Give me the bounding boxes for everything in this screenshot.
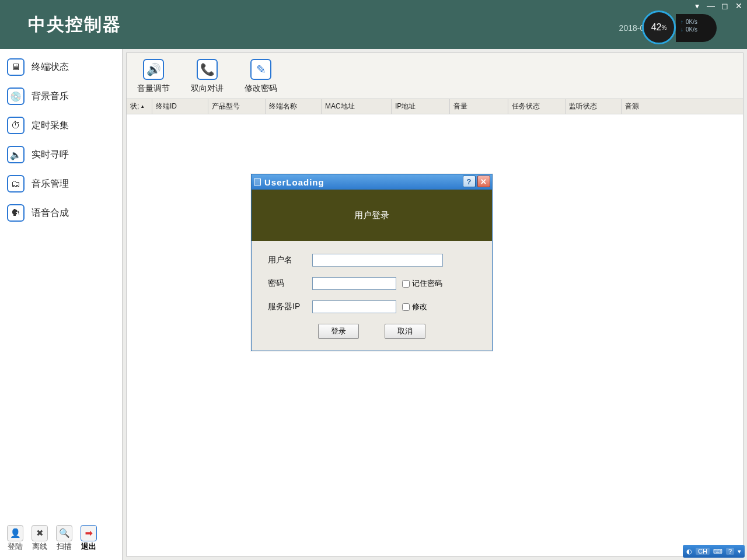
username-input[interactable] — [312, 254, 443, 267]
sidebar-item-voice-synthesis[interactable]: 🗣 语音合成 — [0, 198, 122, 228]
sidebar-item-terminal-status[interactable]: 🖥 终端状态 — [0, 52, 122, 82]
window-close-button[interactable]: ✕ — [734, 1, 743, 10]
col-terminal-name[interactable]: 终端名称 — [266, 99, 322, 114]
timer-icon: ⏱ — [7, 117, 25, 134]
col-status[interactable]: 状; — [127, 99, 152, 114]
sidebar: 🖥 终端状态 💿 背景音乐 ⏱ 定时采集 🔈 实时寻呼 🗂 音乐管理 🗣 — [0, 49, 123, 560]
offline-icon: ✖ — [32, 525, 48, 541]
modify-label: 修改 — [412, 302, 427, 312]
app-title: 中央控制器 — [28, 13, 121, 37]
phone-icon: 📞 — [197, 59, 218, 80]
col-ip-address[interactable]: IP地址 — [392, 99, 450, 114]
user-icon: 👤 — [7, 525, 23, 541]
sidebar-item-label: 语音合成 — [32, 207, 69, 219]
tool-label: 双向对讲 — [191, 83, 224, 94]
dialog-cancel-button[interactable]: 取消 — [385, 324, 425, 339]
exit-label: 退出 — [81, 541, 96, 552]
tray-help-icon[interactable]: ? — [726, 548, 734, 555]
exit-icon: ➡ — [81, 525, 97, 541]
server-ip-input[interactable] — [312, 300, 396, 313]
sidebar-item-label: 终端状态 — [32, 61, 69, 74]
modify-checkbox[interactable] — [402, 303, 410, 311]
ime-indicator[interactable]: CH — [696, 548, 710, 555]
exit-button[interactable]: ➡ 退出 — [81, 525, 97, 552]
remember-password-checkbox[interactable] — [402, 280, 410, 288]
dialog-login-button[interactable]: 登录 — [318, 324, 359, 339]
tray-chevron-icon[interactable]: ▾ — [738, 548, 741, 555]
keyboard-icon[interactable]: ⌨ — [713, 548, 722, 555]
volume-adjust-button[interactable]: 🔊 音量调节 — [137, 59, 170, 94]
net-up: 0K/s — [686, 19, 697, 25]
tool-label: 修改密码 — [245, 83, 277, 94]
main-toolbar: 🔊 音量调节 📞 双向对讲 ✎ 修改密码 — [127, 53, 743, 99]
login-button[interactable]: 👤 登陆 — [7, 525, 23, 552]
nav-list: 🖥 终端状态 💿 背景音乐 ⏱ 定时采集 🔈 实时寻呼 🗂 音乐管理 🗣 — [0, 52, 122, 228]
voice-icon: 🗣 — [7, 204, 25, 222]
col-task-status[interactable]: 任务状态 — [508, 99, 566, 114]
col-mac-address[interactable]: MAC地址 — [322, 99, 392, 114]
scan-button[interactable]: 🔍 扫描 — [56, 525, 72, 552]
col-product-model[interactable]: 产品型号 — [208, 99, 266, 114]
dialog-body: 用户名 密码 记住密码 服务器IP 修改 登录 取消 — [252, 241, 492, 351]
gauge-value: 42 — [651, 22, 662, 33]
dialog-title-text: UserLoading — [264, 177, 324, 187]
sidebar-item-music-management[interactable]: 🗂 音乐管理 — [0, 169, 122, 198]
password-input[interactable] — [312, 277, 396, 290]
search-icon: 🔍 — [56, 525, 72, 541]
sidebar-item-scheduled-capture[interactable]: ⏱ 定时采集 — [0, 111, 122, 140]
edit-icon: ✎ — [250, 59, 271, 80]
server-ip-label: 服务器IP — [268, 302, 312, 312]
dialog-help-button[interactable]: ? — [463, 176, 476, 187]
volume-icon: 🔊 — [143, 59, 164, 80]
window-minimize-button[interactable]: — — [706, 1, 715, 10]
system-tray: ◐ CH ⌨ ? ▾ — [683, 545, 745, 558]
gauge-unit: % — [661, 24, 666, 31]
folder-icon: 🗂 — [7, 175, 25, 192]
offline-button[interactable]: ✖ 离线 — [32, 525, 48, 552]
app-banner: 中央控制器 2018-07- :46 42% 0K/s 0K/s ▾ — ◻ ✕ — [0, 0, 747, 49]
window-menu-button[interactable]: ▾ — [692, 1, 701, 10]
dialog-close-button[interactable]: ✕ — [477, 176, 490, 187]
monitor-icon: 🖥 — [7, 58, 25, 76]
password-label: 密码 — [268, 278, 312, 289]
net-down: 0K/s — [686, 26, 697, 33]
login-dialog: UserLoading ? ✕ 用户登录 用户名 密码 记住密码 服务器IP 修… — [251, 174, 493, 351]
window-buttons: ▾ — ◻ ✕ — [692, 1, 743, 10]
col-volume[interactable]: 音量 — [450, 99, 508, 114]
tray-indicator-icon[interactable]: ◐ — [686, 548, 692, 555]
window-maximize-button[interactable]: ◻ — [720, 1, 729, 10]
two-way-talk-button[interactable]: 📞 双向对讲 — [191, 59, 224, 94]
scan-label: 扫描 — [57, 541, 72, 552]
sidebar-item-realtime-paging[interactable]: 🔈 实时寻呼 — [0, 140, 122, 169]
sidebar-item-label: 背景音乐 — [32, 90, 69, 103]
network-gauge: 42% 0K/s 0K/s — [642, 10, 712, 46]
sidebar-item-label: 音乐管理 — [32, 178, 69, 190]
login-label: 登陆 — [8, 541, 23, 552]
gauge-circle: 42% — [642, 10, 676, 44]
remember-password-label: 记住密码 — [412, 278, 442, 289]
sidebar-item-label: 定时采集 — [32, 120, 69, 132]
sidebar-item-background-music[interactable]: 💿 背景音乐 — [0, 82, 122, 111]
dialog-banner: 用户登录 — [252, 190, 492, 241]
net-speeds: 0K/s 0K/s — [676, 14, 717, 42]
change-password-button[interactable]: ✎ 修改密码 — [245, 59, 277, 94]
sidebar-bottom: 👤 登陆 ✖ 离线 🔍 扫描 ➡ 退出 — [0, 519, 122, 560]
tool-label: 音量调节 — [137, 83, 170, 94]
dialog-titlebar[interactable]: UserLoading ? ✕ — [252, 174, 492, 190]
offline-label: 离线 — [32, 541, 47, 552]
dialog-sys-icon — [254, 178, 261, 186]
table-header: 状; 终端ID 产品型号 终端名称 MAC地址 IP地址 音量 任务状态 监听状… — [127, 99, 743, 114]
disc-icon: 💿 — [7, 88, 25, 105]
sidebar-item-label: 实时寻呼 — [32, 149, 69, 161]
col-monitor-status[interactable]: 监听状态 — [566, 99, 622, 114]
username-label: 用户名 — [268, 255, 312, 265]
col-terminal-id[interactable]: 终端ID — [152, 99, 208, 114]
col-audio-source[interactable]: 音源 — [622, 99, 743, 114]
dialog-banner-text: 用户登录 — [354, 210, 389, 221]
speaker-icon: 🔈 — [7, 146, 25, 163]
